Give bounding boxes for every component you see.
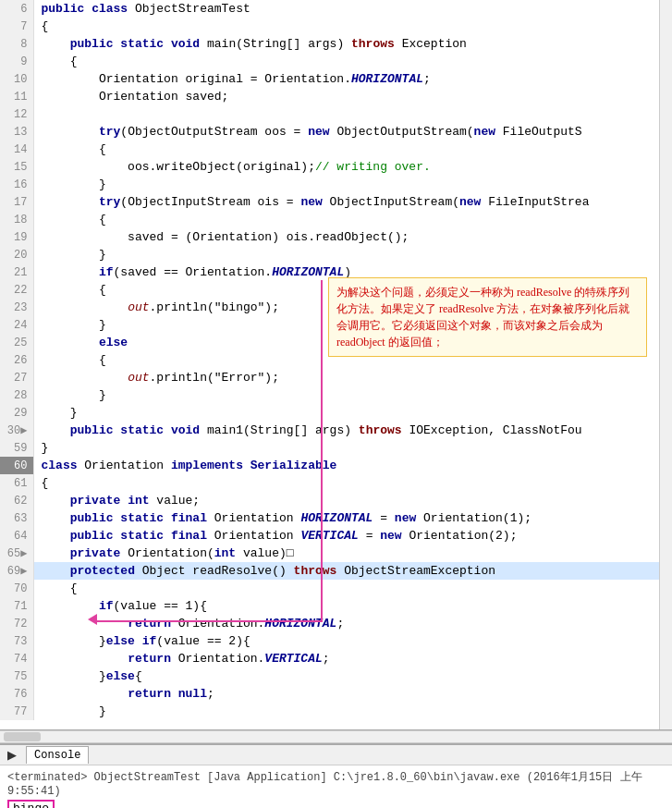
line-number: 75 <box>0 667 33 685</box>
line-number: 72 <box>0 615 33 632</box>
table-row: 6 public class ObjectStreamTest <box>0 0 672 18</box>
table-row: 7 { <box>0 18 672 35</box>
table-row: 59 } <box>0 439 672 457</box>
line-number: 76 <box>0 685 33 703</box>
table-row: 14 { <box>0 141 672 158</box>
table-row: 18 { <box>0 211 672 228</box>
line-number: 14 <box>0 141 33 158</box>
line-content: public class ObjectStreamTest <box>33 0 672 18</box>
line-number: 22 <box>0 281 33 299</box>
line-number: 21 <box>0 263 33 281</box>
console-content: <terminated> ObjectStreamTest [Java Appl… <box>0 765 672 808</box>
table-row: 75 }else{ <box>0 667 672 685</box>
line-content: return Orientation.VERTICAL; <box>33 650 672 667</box>
line-content: return null; <box>33 685 672 703</box>
code-table: 6 public class ObjectStreamTest 7 { 8 pu… <box>0 0 672 720</box>
line-content: class Orientation implements Serializabl… <box>33 457 672 474</box>
line-content: private Orientation(int value)□ <box>33 545 672 562</box>
line-content: } <box>33 176 672 193</box>
line-number: 12 <box>0 105 33 123</box>
line-content: } <box>33 439 672 457</box>
table-row: 30▶ public static void main1(String[] ar… <box>0 422 672 439</box>
line-number: 23 <box>0 299 33 316</box>
table-row: 73 }else if(value == 2){ <box>0 632 672 650</box>
line-content: { <box>33 53 672 70</box>
table-row: 13 try(ObjectOutputStream oos = new Obje… <box>0 123 672 141</box>
table-row: 29 } <box>0 404 672 422</box>
console-terminated-text: <terminated> ObjectStreamTest [Java Appl… <box>7 769 665 798</box>
line-content: }else if(value == 2){ <box>33 632 672 650</box>
line-number: 74 <box>0 650 33 667</box>
line-content: public static void main1(String[] args) … <box>33 422 672 439</box>
line-number: 71 <box>0 597 33 615</box>
line-content-highlight: protected Object readResolve() throws Ob… <box>33 562 672 580</box>
table-row: 19 saved = (Orientation) ois.readObject(… <box>0 228 672 246</box>
line-number: 24 <box>0 316 33 334</box>
table-row: 8 public static void main(String[] args)… <box>0 35 672 53</box>
line-content: public static final Orientation HORIZONT… <box>33 509 672 527</box>
line-number: 9 <box>0 53 33 70</box>
line-number: 20 <box>0 246 33 263</box>
table-row: 9 { <box>0 53 672 70</box>
line-content: { <box>33 18 672 35</box>
table-row: 12 <box>0 105 672 123</box>
scroll-thumb[interactable] <box>4 732 41 741</box>
table-row: 64 public static final Orientation VERTI… <box>0 527 672 545</box>
line-number: 69▶ <box>0 562 33 580</box>
line-number: 65▶ <box>0 545 33 562</box>
table-row: 77 } <box>0 703 672 720</box>
line-number: 73 <box>0 632 33 650</box>
horizontal-scrollbar[interactable] <box>0 730 672 743</box>
line-content: { <box>33 474 672 492</box>
line-content: oos.writeObject(original);// writing ove… <box>33 158 672 176</box>
line-content: { <box>33 141 672 158</box>
console-output: bingo <box>7 798 665 808</box>
table-row: 63 public static final Orientation HORIZ… <box>0 509 672 527</box>
table-row: 27 out.println("Error"); <box>0 369 672 386</box>
table-row: 11 Orientation saved; <box>0 88 672 105</box>
code-editor: 6 public class ObjectStreamTest 7 { 8 pu… <box>0 0 672 730</box>
line-content: if(value == 1){ <box>33 597 672 615</box>
line-number: 7 <box>0 18 33 35</box>
table-row: 70 { <box>0 580 672 597</box>
line-content: public static void main(String[] args) t… <box>33 35 672 53</box>
arrow-horizontal <box>96 620 323 622</box>
line-content: { <box>33 211 672 228</box>
console-header: ▶ Console <box>0 745 672 765</box>
line-number: 13 <box>0 123 33 141</box>
line-number: 26 <box>0 351 33 369</box>
line-content: return Orientation.HORIZONTAL; <box>33 615 672 632</box>
line-content: }else{ <box>33 667 672 685</box>
line-number: 62 <box>0 492 33 509</box>
table-row: 60 class Orientation implements Serializ… <box>0 457 672 474</box>
console-tab[interactable]: Console <box>26 746 89 764</box>
table-row: 17 try(ObjectInputStream ois = new Objec… <box>0 193 672 211</box>
table-row: 10 Orientation original = Orientation.HO… <box>0 70 672 88</box>
console-icon: ▶ <box>7 748 17 762</box>
line-number: 63 <box>0 509 33 527</box>
table-row: 15 oos.writeObject(original);// writing … <box>0 158 672 176</box>
table-row: 74 return Orientation.VERTICAL; <box>0 650 672 667</box>
line-number: 27 <box>0 369 33 386</box>
console-panel: ▶ Console <terminated> ObjectStreamTest … <box>0 743 672 808</box>
line-number: 59 <box>0 439 33 457</box>
line-content: } <box>33 404 672 422</box>
line-number: 64 <box>0 527 33 545</box>
line-number: 8 <box>0 35 33 53</box>
vertical-scrollbar[interactable] <box>659 0 672 730</box>
line-number: 6 <box>0 0 33 18</box>
line-number: 28 <box>0 386 33 404</box>
line-number: 15 <box>0 158 33 176</box>
arrow-vertical <box>321 280 323 622</box>
line-content: public static final Orientation VERTICAL… <box>33 527 672 545</box>
arrow-head-left <box>88 614 97 625</box>
line-number: 17 <box>0 193 33 211</box>
line-content: Orientation saved; <box>33 88 672 105</box>
line-number: 30▶ <box>0 422 33 439</box>
table-row: 28 } <box>0 386 672 404</box>
line-number: 19 <box>0 228 33 246</box>
table-row: 72 return Orientation.HORIZONTAL; <box>0 615 672 632</box>
table-row: 61 { <box>0 474 672 492</box>
line-content <box>33 105 672 123</box>
line-content: { <box>33 580 672 597</box>
